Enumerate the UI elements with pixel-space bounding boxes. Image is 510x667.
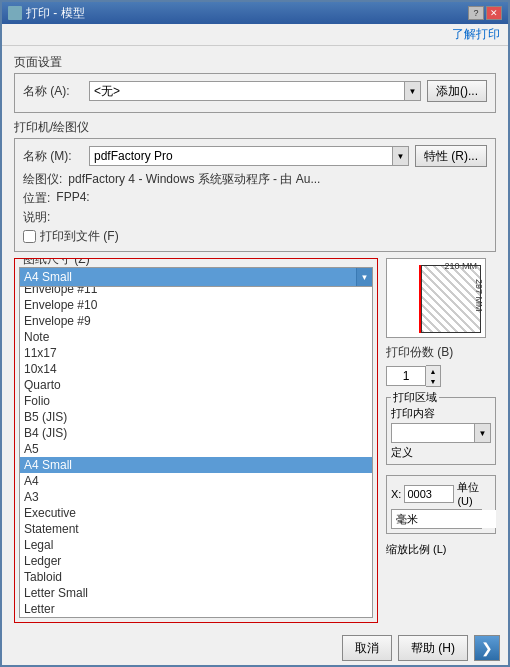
- list-item[interactable]: Statement: [20, 521, 372, 537]
- list-item[interactable]: Legal: [20, 537, 372, 553]
- list-item[interactable]: Letter: [20, 601, 372, 617]
- printer-section: 打印机/绘图仪 名称 (M): ▼ 特性 (R)... 绘图仪: pdfFact…: [14, 119, 496, 252]
- list-item[interactable]: A3: [20, 489, 372, 505]
- spinner-buttons: ▲ ▼: [426, 365, 441, 387]
- custom-label-row: 定义: [391, 445, 491, 460]
- print-to-file-checkbox[interactable]: [23, 230, 36, 243]
- offset-row: X: 单位 (U): [391, 480, 491, 507]
- window-title: 打印 - 模型: [26, 5, 85, 22]
- plot-what-combo[interactable]: ▼: [391, 423, 491, 443]
- list-item[interactable]: B4 (JIS): [20, 425, 372, 441]
- list-item[interactable]: Envelope #10: [20, 297, 372, 313]
- printer-name-label: 名称 (M):: [23, 148, 83, 165]
- paper-size-list[interactable]: A4 SmallEnvelope C4Envelope C3Envelope C…: [19, 287, 373, 618]
- unit-combo[interactable]: ▼: [391, 509, 482, 529]
- print-count-input[interactable]: [386, 366, 426, 386]
- page-setup-name-row: 名称 (A): ▼ 添加()...: [23, 80, 487, 102]
- page-setup-label: 页面设置: [14, 54, 496, 71]
- window-icon: [8, 6, 22, 20]
- x-label: X:: [391, 488, 401, 500]
- list-item[interactable]: A4: [20, 473, 372, 489]
- list-item[interactable]: Note: [20, 329, 372, 345]
- x-input[interactable]: [404, 485, 454, 503]
- main-window: 打印 - 模型 ? ✕ 了解打印 页面设置 名称 (A): ▼ 添加()...: [0, 0, 510, 667]
- plot-area-section: 打印区域 打印内容 ▼ 定义: [386, 397, 496, 465]
- page-setup-combo[interactable]: ▼: [89, 81, 421, 101]
- page-setup-dropdown-arrow[interactable]: ▼: [404, 82, 420, 100]
- unit-label: 单位 (U): [457, 480, 491, 507]
- print-to-file-row: 打印到文件 (F): [23, 228, 487, 245]
- spinner-down[interactable]: ▼: [426, 376, 440, 386]
- list-item[interactable]: Letter Small: [20, 585, 372, 601]
- list-item[interactable]: A5: [20, 441, 372, 457]
- page-setup-input[interactable]: [90, 82, 404, 100]
- middle-area: 图纸尺寸 (Z) A4 Small ▼ A4 SmallEnvelope C4E…: [14, 258, 496, 623]
- list-item[interactable]: Ledger: [20, 553, 372, 569]
- page-setup-name-label: 名称 (A):: [23, 83, 83, 100]
- scale-label: 缩放比例 (L): [386, 543, 447, 555]
- list-item[interactable]: 11x17: [20, 345, 372, 361]
- title-bar: 打印 - 模型 ? ✕: [2, 2, 508, 24]
- close-button[interactable]: ✕: [486, 6, 502, 20]
- help-button[interactable]: ?: [468, 6, 484, 20]
- scale-label-row: 缩放比例 (L): [386, 542, 496, 557]
- list-item[interactable]: 10x14: [20, 361, 372, 377]
- properties-button[interactable]: 特性 (R)...: [415, 145, 487, 167]
- plotter-label: 绘图仪:: [23, 171, 62, 188]
- printer-combo[interactable]: ▼: [89, 146, 409, 166]
- paper-dim-right: 297 MM: [474, 279, 484, 312]
- paper-size-dropdown[interactable]: A4 Small ▼: [19, 267, 373, 287]
- footer-buttons: 取消 帮助 (H) ❯: [2, 631, 508, 665]
- plot-what-arrow[interactable]: ▼: [474, 424, 490, 442]
- help-link-bar: 了解打印: [2, 24, 508, 46]
- printer-input[interactable]: [90, 147, 392, 165]
- print-count-label: 打印份数 (B): [386, 344, 496, 361]
- next-button[interactable]: ❯: [474, 635, 500, 661]
- plotter-row: 绘图仪: pdfFactory 4 - Windows 系统驱动程序 - 由 A…: [23, 171, 487, 188]
- description-row: 说明:: [23, 209, 487, 226]
- list-item[interactable]: Tabloid: [20, 569, 372, 585]
- print-count-spinner-row: ▲ ▼: [386, 365, 496, 387]
- list-item[interactable]: Envelope #9: [20, 313, 372, 329]
- list-item[interactable]: Envelope #11: [20, 287, 372, 297]
- list-item[interactable]: B5 (JIS): [20, 409, 372, 425]
- plot-area-title: 打印区域: [391, 390, 439, 405]
- list-item[interactable]: A4 Small: [20, 457, 372, 473]
- paper-size-arrow[interactable]: ▼: [356, 268, 372, 286]
- plot-what-input[interactable]: [392, 424, 474, 442]
- cancel-button[interactable]: 取消: [342, 635, 392, 661]
- location-value: FPP4:: [56, 190, 89, 204]
- print-count-section: 打印份数 (B) ▲ ▼: [386, 344, 496, 387]
- print-to-file-label: 打印到文件 (F): [40, 228, 119, 245]
- list-item[interactable]: Executive: [20, 505, 372, 521]
- paper-dim-top: 210 MM: [444, 261, 477, 271]
- paper-inner: [421, 265, 481, 333]
- custom-label: 定义: [391, 446, 413, 458]
- what-to-plot-label: 打印内容: [391, 406, 435, 421]
- printer-name-row: 名称 (M): ▼ 特性 (R)...: [23, 145, 487, 167]
- right-panel: 210 MM 297 MM 打印份数 (B) ▲ ▼: [386, 258, 496, 623]
- unit-row: ▼ =: [391, 509, 491, 529]
- title-bar-controls: ? ✕: [468, 6, 502, 20]
- printer-dropdown-arrow[interactable]: ▼: [392, 147, 408, 165]
- main-content: 页面设置 名称 (A): ▼ 添加()... 打印机/绘图仪 名称 (M):: [2, 46, 508, 631]
- location-row: 位置: FPP4:: [23, 190, 487, 207]
- printer-label: 打印机/绘图仪: [14, 119, 496, 136]
- paper-size-selected: A4 Small: [20, 270, 356, 284]
- description-label: 说明:: [23, 209, 50, 226]
- location-label: 位置:: [23, 190, 50, 207]
- help-footer-button[interactable]: 帮助 (H): [398, 635, 468, 661]
- paper-preview: 210 MM 297 MM: [386, 258, 486, 338]
- add-button[interactable]: 添加()...: [427, 80, 487, 102]
- custom-row: ▼: [391, 423, 491, 443]
- list-item[interactable]: Quarto: [20, 377, 372, 393]
- list-item[interactable]: Folio: [20, 393, 372, 409]
- unit-input[interactable]: [392, 510, 496, 528]
- title-bar-left: 打印 - 模型: [8, 5, 85, 22]
- help-link[interactable]: 了解打印: [452, 27, 500, 41]
- paper-size-section: 图纸尺寸 (Z) A4 Small ▼ A4 SmallEnvelope C4E…: [14, 258, 378, 623]
- offset-section: X: 单位 (U) ▼ =: [386, 475, 496, 534]
- spinner-up[interactable]: ▲: [426, 366, 440, 376]
- page-setup-section: 页面设置 名称 (A): ▼ 添加()...: [14, 54, 496, 113]
- plotter-value: pdfFactory 4 - Windows 系统驱动程序 - 由 Au...: [68, 171, 320, 188]
